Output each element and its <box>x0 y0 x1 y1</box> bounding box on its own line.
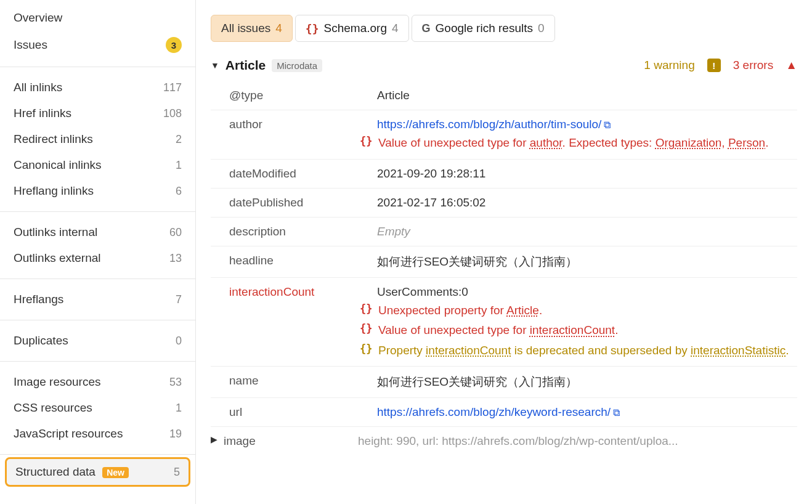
section-header: ▼ Article Microdata 1 warning ! 3 errors… <box>211 58 797 73</box>
braces-error-icon: {} <box>360 303 372 315</box>
count: 60 <box>169 226 182 239</box>
sidebar-item-canonical-inlinks[interactable]: Canonical inlinks1 <box>0 152 195 178</box>
table-row-datepublished: datePublished 2021-02-17 16:05:02 <box>211 189 797 217</box>
key: dateModified <box>229 167 377 181</box>
table-row-url: url https://ahrefs.com/blog/zh/keyword-r… <box>211 398 797 427</box>
count: 53 <box>169 376 182 389</box>
error-message: Value of unexpected type for author. Exp… <box>378 135 768 152</box>
warning-icon: ! <box>707 59 721 72</box>
warning-count: 1 warning <box>644 59 694 72</box>
sidebar-item-structured-data[interactable]: Structured data New 5 <box>5 457 190 487</box>
count: 7 <box>176 293 182 306</box>
error-message: Value of unexpected type for interaction… <box>378 322 618 339</box>
key: @type <box>229 89 377 102</box>
sidebar-item-duplicates[interactable]: Duplicates0 <box>0 328 195 354</box>
divider <box>0 278 195 279</box>
google-icon: G <box>422 22 431 35</box>
error-icon: ▲ <box>786 59 797 72</box>
issues-badge: 3 <box>166 37 182 53</box>
sidebar-item-href-inlinks[interactable]: Href inlinks108 <box>0 100 195 126</box>
divider <box>0 361 195 362</box>
tab-google-rich-results[interactable]: G Google rich results 0 <box>412 15 555 42</box>
sidebar-label: Structured data New <box>15 465 129 479</box>
sidebar-item-hreflang-inlinks[interactable]: Hreflang inlinks6 <box>0 178 195 204</box>
sidebar-label: Outlinks internal <box>14 226 97 239</box>
divider <box>0 211 195 212</box>
table-row-datemodified: dateModified 2021-09-20 19:28:11 <box>211 160 797 189</box>
table-row-image: ▶ image height: 990, url: https://ahrefs… <box>211 427 797 455</box>
section-title: Article <box>225 58 266 73</box>
warning-message: Property interactionCount is deprecated … <box>378 343 789 359</box>
tab-schema-org[interactable]: {} Schema.org 4 <box>295 15 409 42</box>
count: 0 <box>176 335 182 348</box>
sidebar-label: JavaScript resources <box>14 427 123 441</box>
braces-error-icon: {} <box>360 135 372 147</box>
count: 6 <box>176 185 182 198</box>
sidebar-item-outlinks-internal[interactable]: Outlinks internal60 <box>0 219 195 245</box>
author-link[interactable]: https://ahrefs.com/blog/zh/author/tim-so… <box>377 118 601 131</box>
key: name <box>229 374 377 388</box>
sidebar-item-image-resources[interactable]: Image resources53 <box>0 369 195 395</box>
value: Empty <box>377 225 797 238</box>
error-message: Unexpected property for Article. <box>378 303 542 319</box>
tab-label: All issues <box>221 22 270 35</box>
sidebar-label: Outlinks external <box>14 251 101 265</box>
tab-count: 0 <box>538 22 545 35</box>
divider <box>0 320 195 320</box>
url-link[interactable]: https://ahrefs.com/blog/zh/keyword-resea… <box>377 405 611 418</box>
key: author <box>229 118 377 131</box>
sidebar-label: CSS resources <box>14 401 92 415</box>
divider <box>0 67 195 67</box>
tab-label: Schema.org <box>324 22 387 35</box>
key: description <box>229 225 377 238</box>
count: 117 <box>163 81 182 94</box>
sidebar-label: Issues <box>14 38 47 52</box>
new-badge: New <box>102 467 129 478</box>
sidebar-label: Href inlinks <box>14 107 71 120</box>
sidebar-item-css-resources[interactable]: CSS resources1 <box>0 395 195 421</box>
sidebar-item-overview[interactable]: Overview <box>0 5 195 31</box>
error-count: 3 errors <box>733 59 773 72</box>
divider <box>0 454 195 455</box>
count: 108 <box>163 107 182 120</box>
count: 2 <box>176 133 182 146</box>
sidebar-label: Overview <box>14 11 62 25</box>
sidebar-item-js-resources[interactable]: JavaScript resources19 <box>0 421 195 447</box>
tab-count: 4 <box>275 22 282 35</box>
sidebar-item-hreflangs[interactable]: Hreflangs7 <box>0 287 195 312</box>
external-link-icon: ⧉ <box>613 407 620 418</box>
sidebar-item-all-inlinks[interactable]: All inlinks117 <box>0 75 195 100</box>
sidebar: Overview Issues 3 All inlinks117 Href in… <box>0 0 196 504</box>
count: 5 <box>174 466 180 479</box>
microdata-pill: Microdata <box>272 59 322 72</box>
value: height: 990, url: https://ahrefs.com/blo… <box>358 434 797 448</box>
count: 13 <box>169 252 182 265</box>
sidebar-label: Hreflangs <box>14 293 63 306</box>
sidebar-label: Hreflang inlinks <box>14 184 94 198</box>
braces-icon: {} <box>306 22 319 35</box>
sidebar-item-outlinks-external[interactable]: Outlinks external13 <box>0 245 195 271</box>
count: 1 <box>176 402 182 415</box>
sidebar-label: Duplicates <box>14 334 68 348</box>
sidebar-item-redirect-inlinks[interactable]: Redirect inlinks2 <box>0 126 195 152</box>
value: 2021-02-17 16:05:02 <box>377 196 797 209</box>
caret-down-icon[interactable]: ▼ <box>211 60 219 70</box>
properties-table: @type Article author https://ahrefs.com/… <box>211 81 797 455</box>
braces-warning-icon: {} <box>360 343 372 355</box>
sidebar-label: All inlinks <box>14 81 62 94</box>
sidebar-item-issues[interactable]: Issues 3 <box>0 31 195 59</box>
key: headline <box>229 254 377 267</box>
braces-error-icon: {} <box>360 322 372 335</box>
value: https://ahrefs.com/blog/zh/keyword-resea… <box>377 405 797 419</box>
tab-all-issues[interactable]: All issues 4 <box>211 15 293 42</box>
tabs: All issues 4 {} Schema.org 4 G Google ri… <box>211 15 797 42</box>
table-row-author: author https://ahrefs.com/blog/zh/author… <box>211 110 797 160</box>
table-row-description: description Empty <box>211 217 797 246</box>
key: url <box>229 405 377 419</box>
table-row-headline: headline 如何进行SEO关键词研究（入门指南） <box>211 246 797 278</box>
value: 2021-09-20 19:28:11 <box>377 167 797 181</box>
caret-right-icon[interactable]: ▶ <box>211 434 217 444</box>
value: UserComments:0 {} Unexpected property fo… <box>377 285 797 359</box>
sidebar-label: Canonical inlinks <box>14 158 102 172</box>
tab-label: Google rich results <box>436 22 533 35</box>
